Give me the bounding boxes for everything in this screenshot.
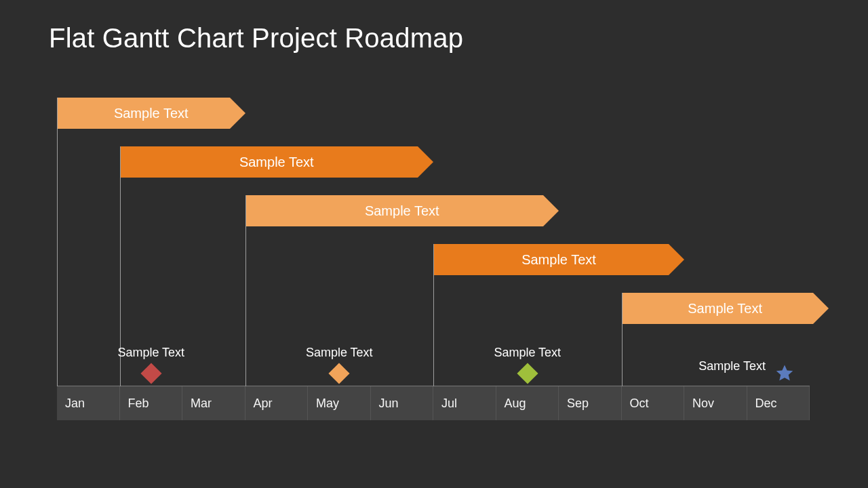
milestone-label: Sample Text: [306, 346, 373, 360]
milestone-label: Sample Text: [117, 346, 184, 360]
gantt-bar[interactable]: Sample Text: [120, 146, 434, 178]
month-cell: Jun: [371, 386, 434, 420]
month-cell: Feb: [120, 386, 183, 420]
milestone-label: Sample Text: [494, 346, 561, 360]
month-cell: Aug: [496, 386, 559, 420]
leader-line: [622, 293, 623, 386]
month-cell: Oct: [622, 386, 685, 420]
month-cell: Jul: [433, 386, 496, 420]
leader-line: [433, 244, 434, 386]
month-cell: May: [308, 386, 371, 420]
diamond-icon: [517, 363, 538, 384]
gantt-bar-label: Sample Text: [239, 155, 314, 170]
page-title: Flat Gantt Chart Project Roadmap: [49, 23, 463, 54]
star-icon: [774, 363, 795, 384]
month-cell: Jan: [57, 386, 120, 420]
diamond-icon: [140, 363, 161, 384]
gantt-bar-label: Sample Text: [521, 252, 596, 268]
month-cell: Nov: [684, 386, 747, 420]
gantt-bar[interactable]: Sample Text: [622, 293, 829, 324]
month-axis: JanFebMarAprMayJunJulAugSepOctNovDec: [57, 386, 810, 420]
leader-line: [245, 195, 246, 386]
diamond-icon: [329, 363, 350, 384]
gantt-bar-label: Sample Text: [365, 203, 439, 219]
gantt-bar[interactable]: Sample Text: [245, 195, 559, 226]
month-cell: Mar: [182, 386, 245, 420]
milestone-label: Sample Text: [698, 359, 766, 373]
gantt-bar[interactable]: Sample Text: [57, 98, 245, 129]
gantt-chart: JanFebMarAprMayJunJulAugSepOctNovDec Sam…: [57, 95, 810, 420]
gantt-bar-label: Sample Text: [114, 106, 189, 121]
month-cell: Apr: [245, 386, 309, 420]
month-cell: Dec: [747, 386, 810, 420]
leader-line: [57, 98, 58, 386]
month-cell: Sep: [559, 386, 622, 420]
gantt-bar[interactable]: Sample Text: [433, 244, 684, 275]
gantt-bar-label: Sample Text: [688, 301, 762, 317]
